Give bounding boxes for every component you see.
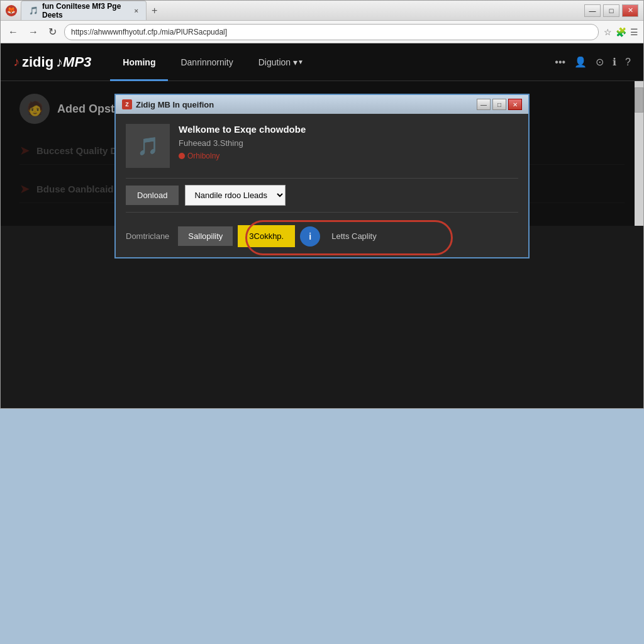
help-icon[interactable]: ?: [625, 57, 631, 68]
site-content: ♪ zidig ♪MP3 Homing Danrinnornity Diguti…: [1, 43, 643, 408]
nav-item-danrinnornity[interactable]: Danrinnornity: [168, 43, 245, 81]
lets-caplity-link[interactable]: Letts Caplity: [331, 231, 377, 241]
dialog-window-controls: — □ ✕: [477, 99, 522, 110]
dialog-header-row: 🎵 Welkome to Exqe chowdobe Fuheead 3.Sth…: [126, 124, 518, 168]
scrollbar-thumb[interactable]: [635, 87, 643, 113]
refresh-button[interactable]: ↻: [46, 25, 59, 39]
nav-item-homing[interactable]: Homing: [110, 43, 168, 81]
close-button[interactable]: ✕: [622, 4, 638, 17]
tab-label: fun Coniltese Mf3 Pge Deets: [42, 2, 131, 19]
nav-item-digution[interactable]: Digution ▾: [246, 43, 316, 81]
info-circle-button[interactable]: i: [300, 226, 320, 247]
bookmark-icon[interactable]: ☆: [604, 27, 612, 37]
song-subtitle: Fuheead 3.Sthing: [179, 138, 518, 148]
forward-button[interactable]: →: [26, 25, 41, 39]
browser-tab-active[interactable]: 🎵 fun Coniltese Mf3 Pge Deets ×: [21, 1, 147, 20]
maximize-button[interactable]: □: [603, 4, 619, 17]
dialog-close-btn[interactable]: ✕: [508, 99, 522, 110]
sallopility-button[interactable]: Sallopility: [178, 226, 233, 246]
scrollbar[interactable]: [635, 81, 643, 226]
badge: Orhibolny: [179, 152, 219, 160]
logo-icon: ♪: [13, 55, 19, 69]
site-logo: ♪ zidig ♪MP3: [13, 54, 91, 70]
tab-bar: 🎵 fun Coniltese Mf3 Pge Deets × +: [21, 1, 584, 20]
site-body: 🧑 Aded Opstnder ➤ Buccest Quality Docsnl…: [1, 81, 643, 226]
menu-icon[interactable]: ☰: [630, 27, 638, 37]
site-nav: ♪ zidig ♪MP3 Homing Danrinnornity Diguti…: [1, 43, 643, 81]
dialog-info: Welkome to Exqe chowdobe Fuheead 3.Sthin…: [179, 124, 518, 168]
dialog-title-bar: Z Zidig MB In queifion — □ ✕: [116, 95, 528, 114]
address-bar-icons: ☆ 🧩 ☰: [604, 27, 638, 37]
modal-overlay: Z Zidig MB In queifion — □ ✕ 🎵: [1, 81, 643, 226]
back-button[interactable]: ←: [6, 25, 21, 39]
tab-favicon: 🎵: [29, 6, 38, 15]
new-tab-button[interactable]: +: [147, 1, 162, 20]
download-row: Donload Nandile rdoo LleadsHigh QualityM…: [126, 178, 518, 213]
clock-icon[interactable]: ⊙: [596, 56, 604, 68]
logo-text-accent: ♪MP3: [56, 54, 91, 70]
nav-right-icons: ••• 👤 ⊙ ℹ ?: [555, 56, 631, 68]
extension-icon[interactable]: 🧩: [616, 27, 626, 37]
quality-select[interactable]: Nandile rdoo LleadsHigh QualityMedium Qu…: [185, 185, 286, 206]
user-icon[interactable]: 👤: [574, 56, 587, 68]
dialog-minimize-btn[interactable]: —: [477, 99, 491, 110]
badge-label: Orhibolny: [187, 152, 219, 160]
dialog-maximize-btn[interactable]: □: [492, 99, 506, 110]
download-button[interactable]: Donload: [126, 186, 179, 205]
dialog-icon: Z: [122, 99, 132, 109]
badge-dot: [179, 153, 185, 159]
info-icon[interactable]: ℹ: [613, 56, 616, 68]
tab-close-btn[interactable]: ×: [135, 7, 138, 14]
song-title: Welkome to Exqe chowdobe: [179, 124, 518, 135]
title-bar: 🦊 🎵 fun Coniltese Mf3 Pge Deets × + — □ …: [1, 1, 643, 21]
dots-menu-icon[interactable]: •••: [555, 57, 565, 68]
logo-text-main: zidig: [22, 54, 53, 70]
action-label: Domtriclane: [126, 231, 169, 241]
browser-icon: 🦊: [6, 5, 17, 16]
dialog-body: 🎵 Welkome to Exqe chowdobe Fuheead 3.Sth…: [116, 114, 528, 257]
song-thumbnail: 🎵: [126, 124, 170, 168]
browser-window: 🦊 🎵 fun Coniltese Mf3 Pge Deets × + — □ …: [0, 0, 644, 409]
dialog-title: Zidig MB In queifion: [136, 100, 473, 109]
nav-links: Homing Danrinnornity Digution ▾: [110, 43, 316, 81]
address-bar: ← → ↻ ☆ 🧩 ☰: [1, 21, 643, 43]
url-bar[interactable]: [64, 24, 599, 40]
minimize-button[interactable]: —: [584, 4, 601, 17]
action-row: Domtriclane Sallopility 3Cokkhp. i Letts…: [126, 225, 518, 247]
dialog: Z Zidig MB In queifion — □ ✕ 🎵: [114, 94, 530, 258]
cokkhp-button[interactable]: 3Cokkhp.: [238, 225, 295, 247]
window-controls: — □ ✕: [584, 4, 638, 17]
